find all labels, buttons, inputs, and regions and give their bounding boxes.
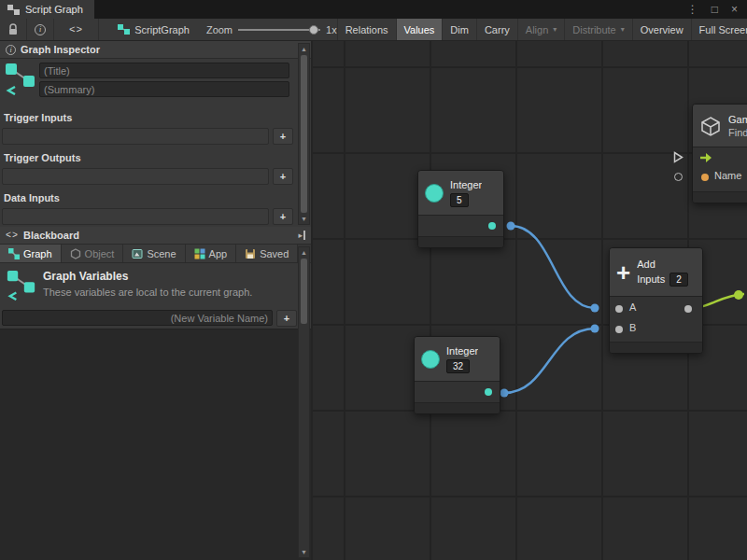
- blackboard-title: Blackboard: [23, 230, 79, 241]
- tab-saved[interactable]: Saved: [236, 245, 298, 262]
- inputs-count-field[interactable]: 2: [669, 273, 688, 287]
- trigger-inputs-label: Trigger Inputs: [4, 112, 72, 123]
- scroll-down-icon[interactable]: ▼: [299, 214, 309, 224]
- add-icon: +: [616, 262, 630, 283]
- graph-name: ScriptGraph: [134, 24, 190, 35]
- toolbar-buttons: Relations Values Dim Carry Align ▾ Distr…: [337, 19, 747, 40]
- graph-icon: [118, 24, 130, 35]
- scroll-down-icon[interactable]: ▼: [299, 547, 309, 557]
- trigger-inputs-list: [2, 128, 269, 145]
- saved-icon: [245, 248, 256, 259]
- inspect-toggle-button[interactable]: i: [27, 19, 54, 40]
- carry-button[interactable]: Carry: [476, 19, 517, 40]
- overview-button[interactable]: Overview: [632, 19, 691, 40]
- scrollbar-thumb[interactable]: [301, 55, 307, 213]
- wire-endpoint: [591, 325, 599, 333]
- full-screen-button[interactable]: Full Screen: [691, 19, 747, 40]
- graph-breadcrumb[interactable]: ScriptGraph: [110, 19, 197, 40]
- window-menu-button[interactable]: ⋮: [687, 3, 698, 16]
- graph-summary-input[interactable]: [39, 81, 289, 97]
- graph-variables-icon: [6, 269, 37, 301]
- find-node[interactable]: Game Object Find Name: [692, 104, 747, 203]
- data-inputs-label: Data Inputs: [4, 192, 60, 203]
- node-ports: [415, 382, 500, 402]
- lock-icon: [7, 23, 19, 35]
- node-footer: [415, 402, 500, 413]
- find-value-input-port[interactable]: [674, 173, 683, 181]
- data-inputs-add-button[interactable]: +: [273, 208, 293, 225]
- zoom-slider-knob[interactable]: [309, 25, 318, 35]
- add-variable-button[interactable]: +: [276, 310, 297, 327]
- integer-type-icon: [425, 184, 444, 203]
- object-icon: [70, 248, 81, 259]
- dim-button[interactable]: Dim: [442, 19, 476, 40]
- chevron-down-icon: ▾: [553, 25, 557, 34]
- integer-node-2[interactable]: Integer 32: [414, 336, 500, 414]
- graph-toolbar: i <> ScriptGraph Zoom 1x Relations Value…: [0, 19, 747, 41]
- graph-title-input[interactable]: [39, 63, 289, 78]
- titlebar: Script Graph ⋮ □ ×: [0, 0, 747, 19]
- integer-type-icon: [421, 350, 440, 369]
- add-input-b-port[interactable]: [615, 326, 623, 333]
- inspector-scrollbar[interactable]: ▲ ▼: [298, 43, 310, 225]
- zoom-slider-track: [238, 29, 320, 31]
- align-button[interactable]: Align ▾: [517, 19, 564, 40]
- add-output-port[interactable]: [684, 305, 692, 313]
- tab-scene[interactable]: Scene: [123, 245, 185, 262]
- values-button[interactable]: Values: [396, 19, 443, 40]
- integer-output-port[interactable]: [488, 222, 496, 230]
- integer-output-port[interactable]: [485, 388, 492, 396]
- blackboard-scrollbar[interactable]: ▲ ▼: [298, 246, 310, 558]
- scroll-up-icon[interactable]: ▲: [299, 44, 309, 54]
- dock-panel-icon[interactable]: ▸: [298, 231, 305, 240]
- relations-button[interactable]: Relations: [337, 19, 396, 40]
- window-maximize-button[interactable]: □: [712, 3, 718, 16]
- find-control-input-port[interactable]: [673, 151, 684, 163]
- unity-script-graph-window: Script Graph ⋮ □ × i <> ScriptG: [0, 0, 747, 560]
- graph-icon: [4, 62, 37, 95]
- name-port-label: Name: [714, 170, 741, 181]
- node-title: Game Object: [728, 114, 747, 125]
- tab-graph[interactable]: Graph: [0, 245, 62, 262]
- code-view-button[interactable]: <>: [54, 19, 99, 40]
- add-node[interactable]: + Add Inputs 2 A B: [609, 247, 703, 354]
- node-ports: [418, 216, 503, 236]
- integer-value-field[interactable]: 5: [450, 193, 469, 207]
- blackboard-header: <> Blackboard ▸: [0, 227, 311, 245]
- wire-endpoint: [734, 290, 743, 300]
- tab-object[interactable]: Object: [62, 245, 124, 262]
- node-header: Integer 32: [415, 337, 500, 382]
- tab-app[interactable]: App: [186, 245, 237, 262]
- name-input-port[interactable]: [701, 174, 709, 181]
- blackboard-icon: <>: [6, 231, 19, 241]
- graph-canvas[interactable]: Integer 5 Integer 32: [313, 41, 747, 560]
- trigger-inputs-add-button[interactable]: +: [273, 128, 293, 145]
- wire-integer5-to-add-a: [511, 226, 595, 308]
- port-a-label: A: [629, 301, 636, 313]
- control-flow-arrow-icon[interactable]: [699, 152, 712, 163]
- trigger-outputs-add-button[interactable]: +: [273, 168, 293, 185]
- scroll-up-icon[interactable]: ▲: [299, 247, 309, 258]
- trigger-outputs-label: Trigger Outputs: [4, 152, 81, 163]
- integer-node-1[interactable]: Integer 5: [417, 170, 504, 248]
- graph-variables-title: Graph Variables: [43, 270, 128, 283]
- graph-variables-description: These variables are local to the current…: [43, 287, 252, 298]
- inputs-label: Inputs: [637, 273, 665, 285]
- game-object-cube-icon: [699, 115, 722, 137]
- scrollbar-thumb[interactable]: [301, 259, 307, 324]
- new-variable-name-input[interactable]: [2, 310, 273, 326]
- node-header: + Add Inputs 2: [610, 248, 702, 297]
- integer-value-field[interactable]: 32: [446, 359, 470, 373]
- zoom-slider[interactable]: [238, 24, 320, 35]
- add-input-a-port[interactable]: [615, 305, 623, 313]
- zoom-value: 1x: [326, 24, 337, 35]
- data-inputs-list: [2, 208, 269, 225]
- lock-button[interactable]: [0, 19, 27, 40]
- node-ports: Name: [693, 147, 747, 191]
- distribute-button[interactable]: Distribute ▾: [564, 19, 631, 40]
- window-close-button[interactable]: ×: [731, 3, 738, 16]
- node-ports: A B: [610, 297, 702, 342]
- node-header: Integer 5: [418, 171, 503, 216]
- window-tab-script-graph[interactable]: Script Graph: [0, 0, 94, 19]
- wire-endpoint: [507, 222, 515, 231]
